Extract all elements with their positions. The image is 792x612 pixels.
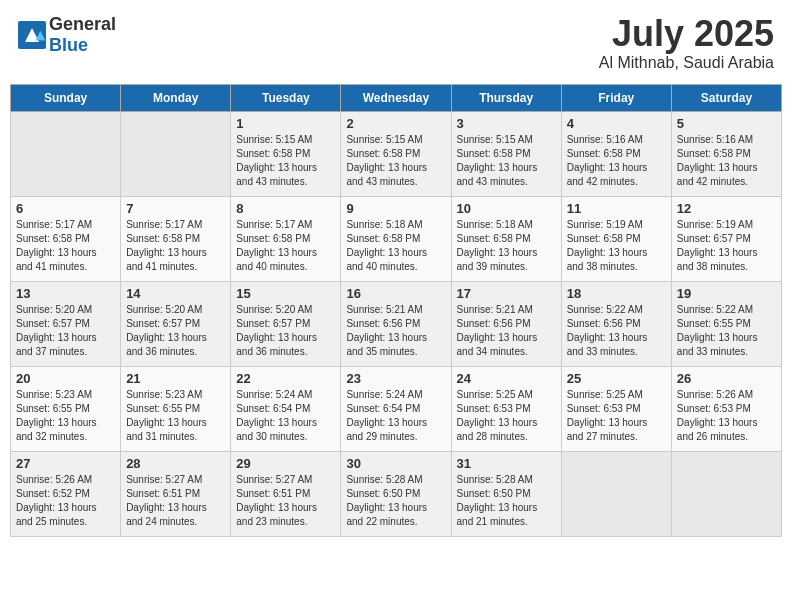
logo-blue-text: Blue (49, 35, 88, 55)
day-number: 26 (677, 371, 776, 386)
day-number: 19 (677, 286, 776, 301)
day-info: Sunrise: 5:28 AMSunset: 6:50 PMDaylight:… (457, 473, 556, 529)
day-number: 17 (457, 286, 556, 301)
day-info: Sunrise: 5:27 AMSunset: 6:51 PMDaylight:… (126, 473, 225, 529)
day-info: Sunrise: 5:18 AMSunset: 6:58 PMDaylight:… (346, 218, 445, 274)
day-number: 5 (677, 116, 776, 131)
day-number: 4 (567, 116, 666, 131)
day-info: Sunrise: 5:19 AMSunset: 6:57 PMDaylight:… (677, 218, 776, 274)
day-number: 7 (126, 201, 225, 216)
calendar-day-cell: 13Sunrise: 5:20 AMSunset: 6:57 PMDayligh… (11, 281, 121, 366)
title-block: July 2025 Al Mithnab, Saudi Arabia (599, 14, 774, 72)
day-info: Sunrise: 5:26 AMSunset: 6:52 PMDaylight:… (16, 473, 115, 529)
calendar-day-cell: 8Sunrise: 5:17 AMSunset: 6:58 PMDaylight… (231, 196, 341, 281)
calendar-day-cell: 21Sunrise: 5:23 AMSunset: 6:55 PMDayligh… (121, 366, 231, 451)
page-header: General Blue July 2025 Al Mithnab, Saudi… (10, 10, 782, 76)
day-info: Sunrise: 5:22 AMSunset: 6:56 PMDaylight:… (567, 303, 666, 359)
day-number: 31 (457, 456, 556, 471)
day-number: 14 (126, 286, 225, 301)
day-info: Sunrise: 5:17 AMSunset: 6:58 PMDaylight:… (16, 218, 115, 274)
day-number: 8 (236, 201, 335, 216)
day-number: 12 (677, 201, 776, 216)
day-info: Sunrise: 5:15 AMSunset: 6:58 PMDaylight:… (346, 133, 445, 189)
day-number: 2 (346, 116, 445, 131)
calendar-day-cell (671, 451, 781, 536)
day-number: 16 (346, 286, 445, 301)
calendar-day-cell: 5Sunrise: 5:16 AMSunset: 6:58 PMDaylight… (671, 111, 781, 196)
calendar-week-row: 27Sunrise: 5:26 AMSunset: 6:52 PMDayligh… (11, 451, 782, 536)
day-info: Sunrise: 5:16 AMSunset: 6:58 PMDaylight:… (677, 133, 776, 189)
calendar-day-cell (11, 111, 121, 196)
calendar-day-cell: 7Sunrise: 5:17 AMSunset: 6:58 PMDaylight… (121, 196, 231, 281)
calendar-day-cell: 2Sunrise: 5:15 AMSunset: 6:58 PMDaylight… (341, 111, 451, 196)
day-info: Sunrise: 5:24 AMSunset: 6:54 PMDaylight:… (236, 388, 335, 444)
calendar-day-cell: 23Sunrise: 5:24 AMSunset: 6:54 PMDayligh… (341, 366, 451, 451)
calendar-day-cell: 12Sunrise: 5:19 AMSunset: 6:57 PMDayligh… (671, 196, 781, 281)
day-number: 10 (457, 201, 556, 216)
calendar-week-row: 6Sunrise: 5:17 AMSunset: 6:58 PMDaylight… (11, 196, 782, 281)
day-info: Sunrise: 5:23 AMSunset: 6:55 PMDaylight:… (126, 388, 225, 444)
calendar-day-cell: 3Sunrise: 5:15 AMSunset: 6:58 PMDaylight… (451, 111, 561, 196)
day-info: Sunrise: 5:20 AMSunset: 6:57 PMDaylight:… (236, 303, 335, 359)
day-number: 13 (16, 286, 115, 301)
day-number: 9 (346, 201, 445, 216)
calendar-day-cell: 15Sunrise: 5:20 AMSunset: 6:57 PMDayligh… (231, 281, 341, 366)
day-number: 6 (16, 201, 115, 216)
day-info: Sunrise: 5:16 AMSunset: 6:58 PMDaylight:… (567, 133, 666, 189)
calendar-day-cell: 18Sunrise: 5:22 AMSunset: 6:56 PMDayligh… (561, 281, 671, 366)
calendar-day-cell: 28Sunrise: 5:27 AMSunset: 6:51 PMDayligh… (121, 451, 231, 536)
day-number: 18 (567, 286, 666, 301)
day-info: Sunrise: 5:20 AMSunset: 6:57 PMDaylight:… (16, 303, 115, 359)
day-number: 25 (567, 371, 666, 386)
day-info: Sunrise: 5:22 AMSunset: 6:55 PMDaylight:… (677, 303, 776, 359)
day-info: Sunrise: 5:25 AMSunset: 6:53 PMDaylight:… (457, 388, 556, 444)
day-info: Sunrise: 5:25 AMSunset: 6:53 PMDaylight:… (567, 388, 666, 444)
day-info: Sunrise: 5:28 AMSunset: 6:50 PMDaylight:… (346, 473, 445, 529)
calendar-header-saturday: Saturday (671, 84, 781, 111)
calendar-header-friday: Friday (561, 84, 671, 111)
calendar-week-row: 1Sunrise: 5:15 AMSunset: 6:58 PMDaylight… (11, 111, 782, 196)
calendar-header-tuesday: Tuesday (231, 84, 341, 111)
calendar-day-cell: 9Sunrise: 5:18 AMSunset: 6:58 PMDaylight… (341, 196, 451, 281)
day-info: Sunrise: 5:17 AMSunset: 6:58 PMDaylight:… (126, 218, 225, 274)
calendar-day-cell: 22Sunrise: 5:24 AMSunset: 6:54 PMDayligh… (231, 366, 341, 451)
calendar-day-cell: 20Sunrise: 5:23 AMSunset: 6:55 PMDayligh… (11, 366, 121, 451)
calendar-day-cell: 4Sunrise: 5:16 AMSunset: 6:58 PMDaylight… (561, 111, 671, 196)
day-number: 1 (236, 116, 335, 131)
calendar-day-cell: 30Sunrise: 5:28 AMSunset: 6:50 PMDayligh… (341, 451, 451, 536)
day-number: 3 (457, 116, 556, 131)
day-info: Sunrise: 5:20 AMSunset: 6:57 PMDaylight:… (126, 303, 225, 359)
calendar-day-cell: 16Sunrise: 5:21 AMSunset: 6:56 PMDayligh… (341, 281, 451, 366)
logo-general-text: General (49, 14, 116, 34)
day-number: 22 (236, 371, 335, 386)
day-info: Sunrise: 5:15 AMSunset: 6:58 PMDaylight:… (236, 133, 335, 189)
day-number: 29 (236, 456, 335, 471)
month-title: July 2025 (599, 14, 774, 54)
calendar-day-cell: 10Sunrise: 5:18 AMSunset: 6:58 PMDayligh… (451, 196, 561, 281)
day-number: 21 (126, 371, 225, 386)
day-info: Sunrise: 5:19 AMSunset: 6:58 PMDaylight:… (567, 218, 666, 274)
calendar-day-cell: 27Sunrise: 5:26 AMSunset: 6:52 PMDayligh… (11, 451, 121, 536)
calendar-day-cell: 26Sunrise: 5:26 AMSunset: 6:53 PMDayligh… (671, 366, 781, 451)
calendar-week-row: 13Sunrise: 5:20 AMSunset: 6:57 PMDayligh… (11, 281, 782, 366)
logo-icon (18, 21, 46, 49)
day-info: Sunrise: 5:24 AMSunset: 6:54 PMDaylight:… (346, 388, 445, 444)
calendar-table: SundayMondayTuesdayWednesdayThursdayFrid… (10, 84, 782, 537)
day-info: Sunrise: 5:18 AMSunset: 6:58 PMDaylight:… (457, 218, 556, 274)
day-info: Sunrise: 5:21 AMSunset: 6:56 PMDaylight:… (346, 303, 445, 359)
location-title: Al Mithnab, Saudi Arabia (599, 54, 774, 72)
day-number: 30 (346, 456, 445, 471)
day-number: 23 (346, 371, 445, 386)
calendar-day-cell: 19Sunrise: 5:22 AMSunset: 6:55 PMDayligh… (671, 281, 781, 366)
day-info: Sunrise: 5:26 AMSunset: 6:53 PMDaylight:… (677, 388, 776, 444)
day-info: Sunrise: 5:23 AMSunset: 6:55 PMDaylight:… (16, 388, 115, 444)
calendar-day-cell (121, 111, 231, 196)
calendar-day-cell (561, 451, 671, 536)
day-info: Sunrise: 5:15 AMSunset: 6:58 PMDaylight:… (457, 133, 556, 189)
day-info: Sunrise: 5:21 AMSunset: 6:56 PMDaylight:… (457, 303, 556, 359)
day-number: 15 (236, 286, 335, 301)
day-info: Sunrise: 5:27 AMSunset: 6:51 PMDaylight:… (236, 473, 335, 529)
calendar-day-cell: 11Sunrise: 5:19 AMSunset: 6:58 PMDayligh… (561, 196, 671, 281)
calendar-header-row: SundayMondayTuesdayWednesdayThursdayFrid… (11, 84, 782, 111)
calendar-day-cell: 1Sunrise: 5:15 AMSunset: 6:58 PMDaylight… (231, 111, 341, 196)
